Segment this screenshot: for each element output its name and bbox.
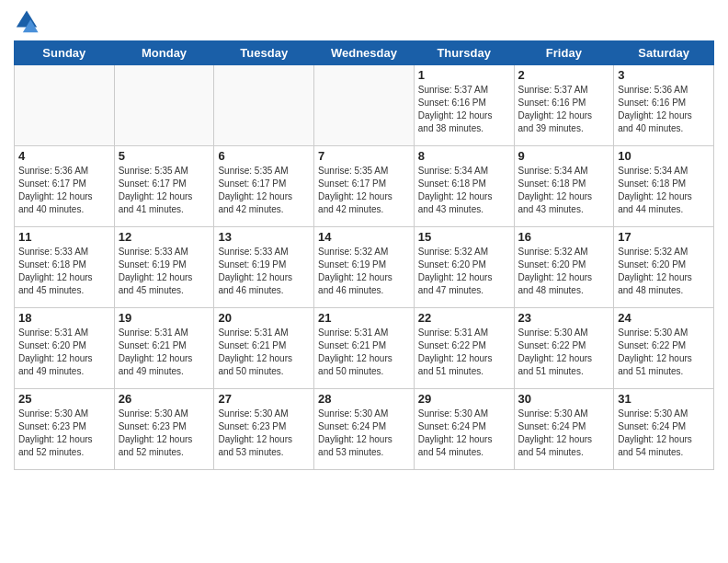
week-row-3: 18Sunrise: 5:31 AM Sunset: 6:20 PM Dayli… — [15, 308, 714, 389]
calendar-cell — [214, 65, 314, 146]
day-number: 8 — [418, 149, 510, 163]
day-number: 24 — [618, 311, 710, 325]
day-number: 29 — [418, 392, 510, 406]
cell-text: Sunrise: 5:30 AM Sunset: 6:23 PM Dayligh… — [18, 408, 110, 459]
day-number: 10 — [618, 149, 710, 163]
cell-text: Sunrise: 5:32 AM Sunset: 6:20 PM Dayligh… — [418, 246, 510, 297]
cell-text: Sunrise: 5:30 AM Sunset: 6:23 PM Dayligh… — [218, 408, 310, 459]
week-row-2: 11Sunrise: 5:33 AM Sunset: 6:18 PM Dayli… — [15, 227, 714, 308]
calendar-cell — [15, 65, 115, 146]
calendar-cell: 30Sunrise: 5:30 AM Sunset: 6:24 PM Dayli… — [514, 389, 614, 470]
day-number: 23 — [518, 311, 610, 325]
cell-text: Sunrise: 5:34 AM Sunset: 6:18 PM Dayligh… — [518, 165, 610, 216]
cell-text: Sunrise: 5:33 AM Sunset: 6:18 PM Dayligh… — [18, 246, 110, 297]
week-row-4: 25Sunrise: 5:30 AM Sunset: 6:23 PM Dayli… — [15, 389, 714, 470]
day-header-sunday: Sunday — [15, 41, 115, 65]
day-number: 28 — [318, 392, 410, 406]
cell-text: Sunrise: 5:30 AM Sunset: 6:22 PM Dayligh… — [618, 327, 710, 378]
header — [14, 9, 714, 35]
cell-text: Sunrise: 5:31 AM Sunset: 6:20 PM Dayligh… — [18, 327, 110, 378]
cell-text: Sunrise: 5:33 AM Sunset: 6:19 PM Dayligh… — [218, 246, 310, 297]
calendar-cell: 16Sunrise: 5:32 AM Sunset: 6:20 PM Dayli… — [514, 227, 614, 308]
cell-text: Sunrise: 5:30 AM Sunset: 6:24 PM Dayligh… — [618, 408, 710, 459]
days-header-row: SundayMondayTuesdayWednesdayThursdayFrid… — [15, 41, 714, 65]
page: SundayMondayTuesdayWednesdayThursdayFrid… — [0, 0, 728, 563]
cell-text: Sunrise: 5:34 AM Sunset: 6:18 PM Dayligh… — [618, 165, 710, 216]
calendar-cell: 24Sunrise: 5:30 AM Sunset: 6:22 PM Dayli… — [614, 308, 714, 389]
day-number: 26 — [119, 392, 210, 406]
day-number: 13 — [218, 230, 310, 244]
logo-icon — [14, 9, 40, 35]
day-header-friday: Friday — [514, 41, 614, 65]
cell-text: Sunrise: 5:30 AM Sunset: 6:24 PM Dayligh… — [418, 408, 510, 459]
day-number: 4 — [18, 149, 110, 163]
day-number: 2 — [518, 68, 610, 82]
day-number: 17 — [618, 230, 710, 244]
day-number: 18 — [18, 311, 110, 325]
calendar-cell: 18Sunrise: 5:31 AM Sunset: 6:20 PM Dayli… — [15, 308, 115, 389]
day-number: 3 — [618, 68, 710, 82]
calendar-cell: 5Sunrise: 5:35 AM Sunset: 6:17 PM Daylig… — [114, 146, 214, 227]
logo — [14, 9, 43, 35]
day-number: 22 — [418, 311, 510, 325]
day-number: 19 — [119, 311, 210, 325]
week-row-1: 4Sunrise: 5:36 AM Sunset: 6:17 PM Daylig… — [15, 146, 714, 227]
day-header-tuesday: Tuesday — [214, 41, 314, 65]
day-header-thursday: Thursday — [414, 41, 514, 65]
day-header-monday: Monday — [114, 41, 214, 65]
calendar-cell: 8Sunrise: 5:34 AM Sunset: 6:18 PM Daylig… — [414, 146, 514, 227]
day-number: 7 — [318, 149, 410, 163]
calendar-table: SundayMondayTuesdayWednesdayThursdayFrid… — [14, 40, 714, 470]
day-number: 1 — [418, 68, 510, 82]
calendar-cell: 23Sunrise: 5:30 AM Sunset: 6:22 PM Dayli… — [514, 308, 614, 389]
cell-text: Sunrise: 5:32 AM Sunset: 6:20 PM Dayligh… — [518, 246, 610, 297]
calendar-cell: 9Sunrise: 5:34 AM Sunset: 6:18 PM Daylig… — [514, 146, 614, 227]
calendar-cell: 13Sunrise: 5:33 AM Sunset: 6:19 PM Dayli… — [214, 227, 314, 308]
day-number: 21 — [318, 311, 410, 325]
calendar-cell: 12Sunrise: 5:33 AM Sunset: 6:19 PM Dayli… — [114, 227, 214, 308]
day-number: 16 — [518, 230, 610, 244]
cell-text: Sunrise: 5:32 AM Sunset: 6:19 PM Dayligh… — [318, 246, 410, 297]
calendar-cell: 19Sunrise: 5:31 AM Sunset: 6:21 PM Dayli… — [114, 308, 214, 389]
day-number: 9 — [518, 149, 610, 163]
calendar-cell — [114, 65, 214, 146]
calendar-cell: 31Sunrise: 5:30 AM Sunset: 6:24 PM Dayli… — [614, 389, 714, 470]
calendar-cell: 10Sunrise: 5:34 AM Sunset: 6:18 PM Dayli… — [614, 146, 714, 227]
cell-text: Sunrise: 5:37 AM Sunset: 6:16 PM Dayligh… — [418, 84, 510, 135]
calendar-cell: 26Sunrise: 5:30 AM Sunset: 6:23 PM Dayli… — [114, 389, 214, 470]
calendar-cell: 1Sunrise: 5:37 AM Sunset: 6:16 PM Daylig… — [414, 65, 514, 146]
calendar-cell: 14Sunrise: 5:32 AM Sunset: 6:19 PM Dayli… — [314, 227, 415, 308]
calendar-cell — [314, 65, 415, 146]
day-number: 25 — [18, 392, 110, 406]
calendar-body: 1Sunrise: 5:37 AM Sunset: 6:16 PM Daylig… — [15, 65, 714, 470]
day-number: 27 — [218, 392, 310, 406]
cell-text: Sunrise: 5:31 AM Sunset: 6:21 PM Dayligh… — [318, 327, 410, 378]
cell-text: Sunrise: 5:37 AM Sunset: 6:16 PM Dayligh… — [518, 84, 610, 135]
calendar-cell: 20Sunrise: 5:31 AM Sunset: 6:21 PM Dayli… — [214, 308, 314, 389]
cell-text: Sunrise: 5:34 AM Sunset: 6:18 PM Dayligh… — [418, 165, 510, 216]
calendar-cell: 2Sunrise: 5:37 AM Sunset: 6:16 PM Daylig… — [514, 65, 614, 146]
cell-text: Sunrise: 5:36 AM Sunset: 6:17 PM Dayligh… — [18, 165, 110, 216]
calendar-cell: 4Sunrise: 5:36 AM Sunset: 6:17 PM Daylig… — [15, 146, 115, 227]
calendar-cell: 21Sunrise: 5:31 AM Sunset: 6:21 PM Dayli… — [314, 308, 415, 389]
day-number: 30 — [518, 392, 610, 406]
day-header-saturday: Saturday — [614, 41, 714, 65]
cell-text: Sunrise: 5:36 AM Sunset: 6:16 PM Dayligh… — [618, 84, 710, 135]
cell-text: Sunrise: 5:32 AM Sunset: 6:20 PM Dayligh… — [618, 246, 710, 297]
day-header-wednesday: Wednesday — [314, 41, 415, 65]
cell-text: Sunrise: 5:31 AM Sunset: 6:21 PM Dayligh… — [119, 327, 210, 378]
calendar-cell: 11Sunrise: 5:33 AM Sunset: 6:18 PM Dayli… — [15, 227, 115, 308]
day-number: 31 — [618, 392, 710, 406]
cell-text: Sunrise: 5:31 AM Sunset: 6:21 PM Dayligh… — [218, 327, 310, 378]
cell-text: Sunrise: 5:35 AM Sunset: 6:17 PM Dayligh… — [119, 165, 210, 216]
calendar-cell: 15Sunrise: 5:32 AM Sunset: 6:20 PM Dayli… — [414, 227, 514, 308]
calendar-cell: 3Sunrise: 5:36 AM Sunset: 6:16 PM Daylig… — [614, 65, 714, 146]
cell-text: Sunrise: 5:31 AM Sunset: 6:22 PM Dayligh… — [418, 327, 510, 378]
cell-text: Sunrise: 5:35 AM Sunset: 6:17 PM Dayligh… — [218, 165, 310, 216]
calendar-cell: 27Sunrise: 5:30 AM Sunset: 6:23 PM Dayli… — [214, 389, 314, 470]
day-number: 12 — [119, 230, 210, 244]
cell-text: Sunrise: 5:30 AM Sunset: 6:24 PM Dayligh… — [318, 408, 410, 459]
day-number: 6 — [218, 149, 310, 163]
day-number: 5 — [119, 149, 210, 163]
calendar-cell: 28Sunrise: 5:30 AM Sunset: 6:24 PM Dayli… — [314, 389, 415, 470]
